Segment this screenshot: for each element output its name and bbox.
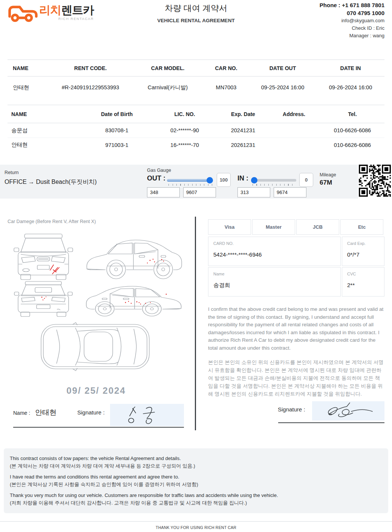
title-english: VEHICLE RENTAL AGREEMENT [117, 18, 275, 23]
tab-etc[interactable]: Etc [340, 219, 383, 235]
gas-out-slider-track [167, 179, 213, 182]
car-top-view-diagram [40, 322, 151, 371]
mileage-value: 67M [320, 179, 332, 187]
return-label: Return [5, 170, 19, 175]
column-header-lic-no: LIC. NO. [151, 111, 219, 117]
renter-signature-line [13, 427, 184, 428]
cell-driver-tel: 010-6626-6086 [320, 127, 384, 133]
rental-agreement-page: 리치렌트카 RICH RENTACAR 차량 대여 계약서 VEHICLE RE… [0, 0, 392, 532]
driver-row: 송문섭 830708-1 02-******-90 20241231 010-6… [8, 123, 384, 138]
gas-gauge-panel: Return OFFICE → Dusit Beach(두짓비치) Gas Ga… [0, 165, 358, 199]
out-fuel-input[interactable] [147, 187, 180, 197]
cell-driver-name: 송문섭 [8, 127, 83, 134]
rental-table-row: 안태현 #R-2409191229553993 Carnival(카니발) MN… [8, 76, 384, 98]
card-details-grid: CARD NO. 5424-****-****-6946 Card Exp. 0… [208, 237, 384, 297]
mileage-label: Mileage [320, 172, 336, 177]
cell-car-model: Carnival(카니발) [132, 84, 204, 91]
gas-in-slider[interactable] [251, 177, 296, 183]
thank-you-text: THANK YOU FOR USING RICH RENT CAR [0, 525, 392, 530]
card-confirmation-english: I confirm that the above credit card bel… [208, 306, 384, 352]
card-number-value: 5424-****-****-6946 [213, 251, 335, 258]
card-cvc-value: 2** [347, 282, 379, 288]
card-cvc-field[interactable]: CVC 2** [342, 267, 384, 297]
out-odometer-input[interactable] [183, 187, 216, 197]
card-holder-field[interactable]: Name 송경희 [208, 267, 341, 297]
renter-name-label: Name : [13, 410, 30, 416]
contact-info: Phone : +1 671 888 7801 070 4795 1000 in… [320, 1, 384, 40]
footer-note-korean: (본인은 계약서상 기록된 사항을 숙지하고 승인함에 있어 이를 증명하기 위… [10, 481, 382, 488]
column-header-dob: Date of Birth [83, 111, 151, 117]
card-confirmation-korean: 본인은 본인의 소유인 위의 신용카드를 본인이 제시하였으며 본 계약서의 서… [208, 358, 384, 398]
card-signature-label: Signature : [278, 406, 305, 413]
card-number-field[interactable]: CARD NO. 5424-****-****-6946 [208, 237, 341, 266]
car-damage-label: Car Damege (Before Rent V, After Rent X) [8, 219, 96, 224]
cell-renter-name: 안태현 [8, 84, 49, 91]
rental-table-header-row: NAME RENT CODE. CAR MODEL. CAR NO. DATE … [8, 60, 384, 76]
car-logo-icon [6, 2, 38, 25]
renter-signature-pad[interactable] [110, 404, 184, 426]
gas-in-slider-ticks [253, 184, 296, 186]
column-header-tel: Tel. [320, 111, 384, 117]
cell-driver-name: 안태현 [8, 141, 83, 148]
gas-out-label: OUT : [147, 174, 165, 182]
brand-logo: 리치렌트카 RICH RENTACAR [6, 2, 94, 25]
footer-note-korean: (본 계약서는 차량 대여 계약서와 차량 대여 계약 세부내용 등 2장으로 … [10, 462, 382, 470]
driver-row: 안태현 971003-1 16-******-70 20261231 010-6… [8, 138, 384, 152]
gas-gauge-label: Gas Gauge [147, 168, 171, 173]
card-signature-pad[interactable] [312, 401, 384, 420]
cell-date-out: 09-25-2024 16:00 [249, 84, 317, 90]
car-rear-view-diagram [13, 281, 74, 317]
cell-car-no: MN7003 [204, 84, 249, 90]
cell-driver-exp: 20241231 [219, 127, 268, 133]
column-header-name: NAME [8, 111, 83, 117]
in-odometer-input[interactable] [274, 187, 306, 197]
gas-out-value: 100 [217, 173, 231, 187]
manager: Manager : wang [320, 32, 384, 40]
column-header-address: Address. [268, 111, 320, 117]
gas-out-slider[interactable] [167, 177, 213, 183]
damage-marks-left-side [147, 259, 164, 264]
gas-in-label: IN : [237, 174, 248, 182]
footer-note-english: I have read the terms and conditions thi… [10, 473, 382, 481]
footer-note: This contract consists of tow papers: th… [10, 455, 382, 470]
in-fuel-input[interactable] [237, 187, 270, 197]
credit-card-section: Visa Master JCB Etc CARD NO. 5424-****-*… [208, 218, 384, 430]
damage-marks-right-side [125, 294, 167, 305]
footer-note-english: This contract consists of tow papers: th… [10, 455, 382, 462]
logo-subtitle: RICH RENTACAR [39, 17, 94, 21]
title-korean: 차량 대여 계약서 [117, 3, 275, 14]
cell-driver-tel: 010-6626-6086 [320, 142, 384, 148]
card-exp-label: Card Exp. [347, 241, 379, 246]
cell-driver-lic: 16-******-70 [151, 142, 219, 148]
email: info@skyguam.com [320, 17, 384, 24]
cell-driver-dob: 971003-1 [83, 142, 151, 148]
tab-master[interactable]: Master [252, 219, 295, 235]
rental-summary-table: NAME RENT CODE. CAR MODEL. CAR NO. DATE … [8, 60, 384, 98]
card-exp-field[interactable]: Card Exp. 0*/*7 [342, 237, 384, 266]
cell-driver-dob: 830708-1 [83, 127, 151, 133]
card-cvc-label: CVC [347, 272, 379, 276]
qr-code [359, 165, 391, 197]
tab-visa[interactable]: Visa [208, 219, 251, 235]
tab-jcb[interactable]: JCB [296, 219, 339, 235]
car-front-view-diagram [13, 233, 74, 280]
gas-out-slider-thumb[interactable] [207, 177, 213, 183]
terms-footer: This contract consists of tow papers: th… [4, 448, 388, 513]
column-header-car-no: CAR NO. [204, 65, 249, 71]
cell-driver-lic: 02-******-90 [151, 127, 219, 133]
footer-note-korean: (저희 차량을 이용해 주셔서 대단히 감사합니다. 고객은 차량 이용 중 교… [10, 499, 382, 507]
car-damage-section: Car Damege (Before Rent V, After Rent X) [8, 217, 185, 430]
card-holder-label: Name [213, 272, 335, 276]
logo-wordmark: 리치렌트카 [39, 5, 94, 16]
renter-signature-stroke [110, 404, 184, 426]
card-exp-value: 0*/*7 [347, 251, 379, 258]
phone-primary: Phone : +1 671 888 7801 [320, 1, 384, 9]
column-header-exp-date: Exp. Date [219, 111, 268, 117]
gas-in-slider-thumb[interactable] [251, 177, 257, 183]
gas-out-slider-ticks [168, 184, 212, 186]
agreement-date: 09/ 25/ 2024 [8, 385, 185, 396]
column-header-car-model: CAR MODEL. [132, 65, 204, 71]
section-divider [195, 217, 196, 430]
cell-driver-exp: 20261231 [219, 142, 268, 148]
footer-divider [0, 521, 392, 522]
